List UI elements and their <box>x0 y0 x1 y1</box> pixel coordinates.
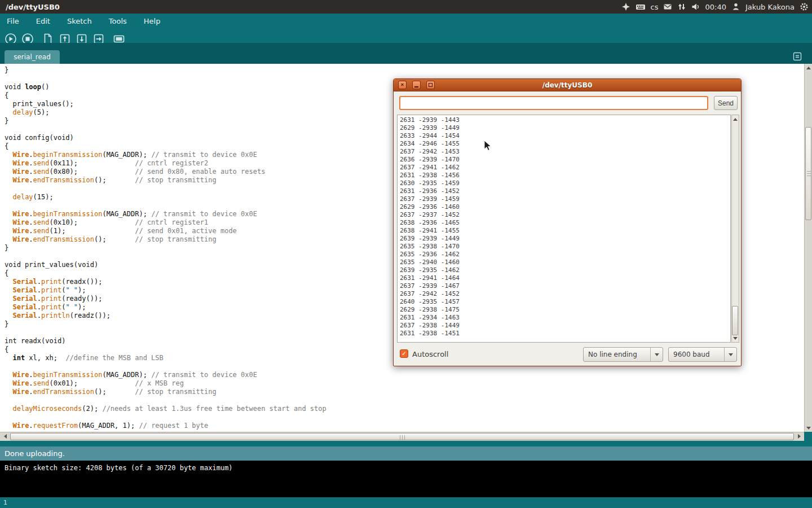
serial-line: 2637 -2942 -1452 <box>400 290 730 298</box>
serial-line: 2629 -2936 -1460 <box>400 203 730 211</box>
code-line: Wire.requestFrom(MAG_ADDR, 1); // reques… <box>5 422 804 430</box>
horizontal-scrollbar-handle[interactable] <box>10 433 794 440</box>
code-line <box>5 396 804 405</box>
clock[interactable]: 00:40 <box>705 3 726 11</box>
serial-line: 2636 -2939 -1470 <box>400 156 730 164</box>
serial-line: 2639 -2935 -1462 <box>400 266 730 274</box>
serial-scroll-down-arrow[interactable] <box>731 334 739 342</box>
menu-item-help[interactable]: Help <box>143 15 162 27</box>
indicator-applet-icon[interactable] <box>621 2 630 11</box>
serial-line: 2634 -2946 -1455 <box>400 140 730 148</box>
tab-bar: serial_read <box>0 43 812 64</box>
serial-monitor-controls: ✓ Autoscroll No line ending 9600 baud <box>394 345 741 365</box>
serial-send-input[interactable] <box>399 96 708 110</box>
tab-menu-button[interactable] <box>792 51 803 62</box>
serial-line: 2631 -2939 -1443 <box>400 116 730 124</box>
code-line: Wire.beginTransmission(MAG_ADDR); // tra… <box>5 371 804 379</box>
autoscroll-checkbox[interactable]: ✓ <box>400 349 408 358</box>
close-icon: × <box>401 82 404 87</box>
username-label[interactable]: Jakub Kakona <box>745 3 795 11</box>
mouse-cursor <box>484 140 492 154</box>
serial-line: 2630 -2935 -1459 <box>400 179 730 187</box>
scroll-up-arrow[interactable] <box>805 64 812 72</box>
tab-menu-icon <box>792 51 802 62</box>
editor-horizontal-scrollbar[interactable] <box>0 432 804 441</box>
serial-line: 2631 -2941 -1464 <box>400 274 730 282</box>
serial-line: 2637 -2941 -1462 <box>400 164 730 172</box>
current-line-number: 1 <box>3 499 7 506</box>
scroll-right-arrow[interactable] <box>795 432 803 440</box>
keyboard-layout-label[interactable]: cs <box>651 3 659 11</box>
minimize-button[interactable] <box>412 81 421 89</box>
serial-line: 2635 -2936 -1462 <box>400 251 730 259</box>
serial-scroll-up-arrow[interactable] <box>731 115 739 123</box>
serial-line: 2631 -2938 -1456 <box>400 172 730 179</box>
code-line: delayMicroseconds(2); //needs at least 1… <box>5 405 804 413</box>
console-output: Binary sketch size: 4208 bytes (of a 307… <box>0 461 812 497</box>
serial-line: 2631 -2936 -1452 <box>400 187 730 195</box>
serial-line: 2638 -2936 -1465 <box>400 219 730 227</box>
scroll-left-arrow[interactable] <box>1 432 9 440</box>
code-line: Wire.send(0x01); // x MSB reg <box>5 379 804 388</box>
menu-bar: FileEditSketchToolsHelp <box>0 14 812 28</box>
serial-line: 2637 -2937 -1452 <box>400 211 730 219</box>
menu-item-sketch[interactable]: Sketch <box>66 15 93 27</box>
serial-line: 2629 -2938 -1475 <box>400 306 730 314</box>
mail-icon[interactable] <box>663 2 672 11</box>
check-icon: ✓ <box>401 350 407 357</box>
serial-line: 2635 -2938 -1470 <box>400 243 730 251</box>
line-ending-dropdown[interactable]: No line ending <box>583 347 663 362</box>
editor-vertical-scrollbar[interactable] <box>804 64 812 432</box>
serial-line: 2637 -2942 -1453 <box>400 148 730 156</box>
menu-item-file[interactable]: File <box>6 15 20 27</box>
serial-line: 2637 -2939 -1459 <box>400 195 730 203</box>
serial-line: 2637 -2939 -1467 <box>400 282 730 290</box>
console-text: Binary sketch size: 4208 bytes (of a 307… <box>5 464 233 472</box>
serial-line: 2639 -2939 -1449 <box>400 235 730 243</box>
status-divider <box>0 441 812 446</box>
window-title: /dev/ttyUSB0 <box>3 3 60 11</box>
tab-serial-read[interactable]: serial_read <box>5 50 60 64</box>
user-icon[interactable] <box>731 2 740 11</box>
line-ending-value: No line ending <box>584 351 650 358</box>
minimize-icon <box>414 86 418 87</box>
line-number-bar: 1 <box>0 497 812 508</box>
send-button[interactable]: Send <box>714 96 738 110</box>
serial-output[interactable]: 2631 -2939 -14432629 -2939 -14492633 -29… <box>397 115 731 343</box>
top-panel: /dev/ttyUSB0 cs 00:40 Jakub Kakona <box>0 0 812 14</box>
close-button[interactable]: × <box>398 81 407 89</box>
serial-monitor-titlebar[interactable]: /dev/ttyUSB0 × <box>394 79 741 91</box>
code-line: } <box>5 66 804 75</box>
serial-monitor-window: /dev/ttyUSB0 × Send 2631 -2939 -14432629… <box>393 78 742 366</box>
keyboard-icon[interactable] <box>636 2 646 11</box>
serial-scrollbar-handle[interactable] <box>732 306 738 335</box>
serial-line: 2631 -2938 -1451 <box>400 330 730 338</box>
window-controls: × <box>394 81 435 89</box>
vertical-scrollbar-handle[interactable] <box>805 127 811 220</box>
serial-line: 2640 -2935 -1457 <box>400 298 730 306</box>
serial-line: 2635 -2940 -1460 <box>400 259 730 266</box>
serial-line: 2638 -2941 -1455 <box>400 227 730 235</box>
maximize-icon <box>429 83 433 87</box>
scroll-down-arrow[interactable] <box>805 424 812 432</box>
session-gear-icon[interactable] <box>800 2 809 11</box>
menu-item-edit[interactable]: Edit <box>35 15 51 27</box>
volume-icon[interactable] <box>691 2 700 11</box>
baud-rate-dropdown[interactable]: 9600 baud <box>668 347 737 362</box>
menu-item-tools[interactable]: Tools <box>108 15 128 27</box>
screen: /dev/ttyUSB0 cs 00:40 Jakub Kakona <box>0 0 812 508</box>
serial-line: 2631 -2934 -1463 <box>400 314 730 322</box>
code-line <box>5 413 804 422</box>
baud-rate-value: 9600 baud <box>669 351 724 358</box>
maximize-button[interactable] <box>426 81 435 89</box>
top-panel-indicators: cs 00:40 Jakub Kakona <box>621 2 809 11</box>
serial-line: 2629 -2939 -1449 <box>400 124 730 132</box>
chevron-down-icon[interactable] <box>724 348 736 361</box>
serial-line: 2633 -2944 -1454 <box>400 132 730 140</box>
status-message: Done uploading. <box>5 449 65 458</box>
tab-label: serial_read <box>14 53 51 61</box>
code-line: Wire.endTransmission(); // stop transmit… <box>5 388 804 396</box>
network-traffic-icon[interactable] <box>677 2 686 11</box>
chevron-down-icon[interactable] <box>650 348 663 361</box>
serial-scrollbar[interactable] <box>731 115 739 343</box>
